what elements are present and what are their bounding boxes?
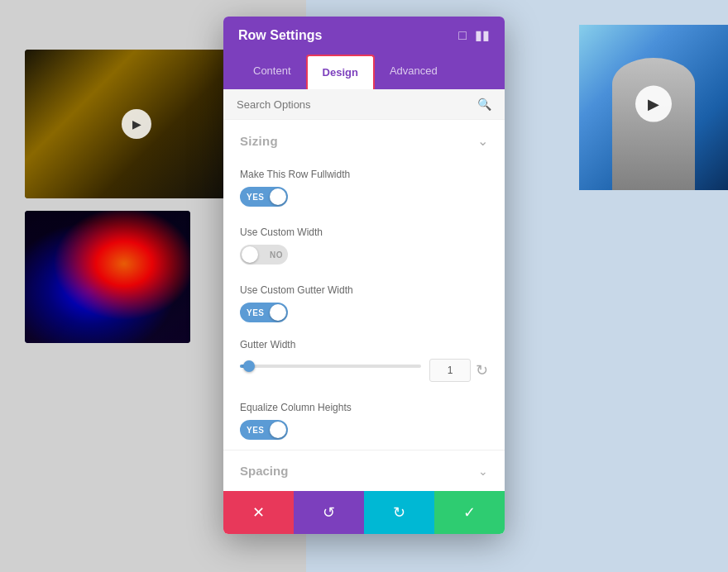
gutter-slider-track <box>240 365 421 368</box>
sizing-section: Sizing ⌄ Make This Row Fullwidth YES Use… <box>223 120 505 450</box>
fireworks-image <box>25 211 190 343</box>
gutter-value-group: ↻ <box>429 359 488 382</box>
fullwidth-toggle-label: YES <box>247 193 265 202</box>
custom-gutter-toggle-container: YES <box>240 303 488 322</box>
fullwidth-toggle-container: YES <box>240 187 488 207</box>
gutter-slider-track-wrapper <box>240 365 421 376</box>
search-input[interactable] <box>237 98 471 111</box>
spacing-expand-icon: ⌄ <box>478 465 488 478</box>
fullwidth-toggle-knob <box>270 188 286 205</box>
equalize-toggle-knob <box>270 422 286 438</box>
sizing-section-header[interactable]: Sizing ⌄ <box>223 120 505 159</box>
search-icon: 🔍 <box>477 98 491 111</box>
tab-content[interactable]: Content <box>238 55 306 89</box>
gutter-width-setting: Gutter Width ↻ <box>223 332 505 392</box>
play-button-guitar[interactable]: ▶ <box>122 109 151 139</box>
cancel-icon: ✕ <box>252 503 265 522</box>
custom-gutter-toggle-label: YES <box>247 308 265 317</box>
undo-icon: ↺ <box>323 503 335 522</box>
equalize-toggle-label: YES <box>247 426 265 435</box>
equalize-toggle[interactable]: YES <box>240 420 288 440</box>
gutter-value-input[interactable] <box>429 359 471 382</box>
custom-width-toggle[interactable]: NO <box>240 245 288 265</box>
custom-width-toggle-label: NO <box>270 250 283 260</box>
sizing-title: Sizing <box>240 134 278 148</box>
row-settings-modal: Row Settings □ ▮▮ Content Design Advance… <box>223 17 505 534</box>
custom-width-setting: Use Custom Width NO <box>223 217 505 274</box>
modal-header: Row Settings □ ▮▮ <box>223 17 505 55</box>
custom-gutter-setting: Use Custom Gutter Width YES <box>223 274 505 332</box>
custom-width-toggle-container: NO <box>240 245 488 265</box>
spacing-section-header[interactable]: Spacing ⌄ <box>223 450 505 491</box>
modal-header-icons: □ ▮▮ <box>458 29 490 42</box>
modal-title: Row Settings <box>238 28 322 43</box>
gutter-slider-thumb[interactable] <box>243 360 255 372</box>
play-button-ferris[interactable]: ▶ <box>635 86 672 122</box>
modal-tabs: Content Design Advanced <box>223 55 505 89</box>
search-bar: 🔍 <box>223 89 505 120</box>
fullwidth-label: Make This Row Fullwidth <box>240 169 488 180</box>
spacing-section: Spacing ⌄ <box>223 450 505 491</box>
fullscreen-icon[interactable]: □ <box>458 29 467 42</box>
cancel-button[interactable]: ✕ <box>223 491 294 534</box>
tab-design[interactable]: Design <box>306 55 375 89</box>
custom-width-toggle-knob <box>242 246 258 263</box>
guitar-image: ▶ <box>25 50 248 198</box>
sizing-collapse-icon: ⌄ <box>477 133 488 149</box>
equalize-label: Equalize Column Heights <box>240 402 488 413</box>
redo-button[interactable]: ↻ <box>364 491 434 534</box>
undo-button[interactable]: ↺ <box>294 491 364 534</box>
gutter-width-label: Gutter Width <box>240 339 488 350</box>
redo-icon: ↻ <box>393 503 405 522</box>
save-button[interactable]: ✓ <box>434 491 505 534</box>
custom-gutter-toggle-knob <box>270 304 286 321</box>
columns-icon[interactable]: ▮▮ <box>475 29 490 42</box>
equalize-setting: Equalize Column Heights YES <box>223 392 505 450</box>
tab-advanced[interactable]: Advanced <box>375 55 453 89</box>
save-icon: ✓ <box>463 503 476 522</box>
gutter-reset-icon[interactable]: ↻ <box>476 363 488 378</box>
modal-footer: ✕ ↺ ↻ ✓ <box>223 491 505 534</box>
modal-body: Sizing ⌄ Make This Row Fullwidth YES Use… <box>223 120 505 491</box>
fullwidth-setting: Make This Row Fullwidth YES <box>223 159 505 217</box>
ferris-wheel-image: ▶ <box>579 25 728 190</box>
fullwidth-toggle[interactable]: YES <box>240 187 288 207</box>
custom-gutter-label: Use Custom Gutter Width <box>240 284 488 296</box>
equalize-toggle-container: YES <box>240 420 488 440</box>
custom-width-label: Use Custom Width <box>240 226 488 238</box>
spacing-title: Spacing <box>240 464 288 478</box>
custom-gutter-toggle[interactable]: YES <box>240 303 288 322</box>
